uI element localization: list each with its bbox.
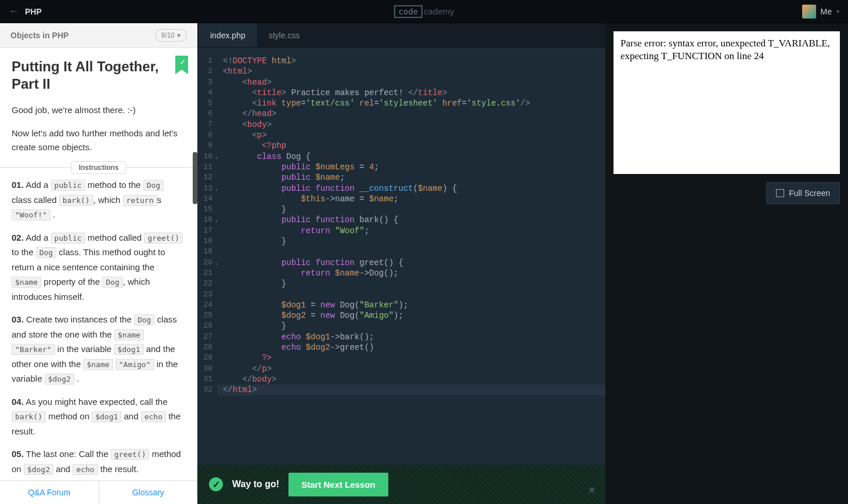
progress-dropdown[interactable]: 8/10 ▾ — [155, 29, 187, 42]
editor-area: index.php style.css 12345678910▾111213▾1… — [197, 23, 605, 504]
sidebar-scrollbar[interactable] — [193, 71, 197, 481]
logo-text: cademy — [424, 6, 454, 16]
logo[interactable]: code cademy — [394, 5, 454, 18]
instruction-item: 03. Create two instances of the Dog clas… — [12, 312, 186, 386]
instructions-list: 01. Add a public method to the Dog class… — [12, 177, 186, 476]
avatar — [802, 5, 816, 19]
logo-box: code — [394, 5, 423, 18]
instruction-item: 01. Add a public method to the Dog class… — [12, 177, 186, 222]
instruction-item: 02. Add a public method called greet() t… — [12, 230, 186, 304]
close-icon[interactable]: ✕ — [587, 485, 596, 495]
code-area[interactable]: <!DOCTYPE html><html> <head> <title> Pra… — [217, 48, 605, 504]
glossary-link[interactable]: Glossary — [99, 481, 198, 504]
chevron-down-icon: ▾ — [836, 8, 839, 14]
intro-text-2: Now let's add two further methods and le… — [12, 126, 186, 154]
intro-text-1: Good job, we're almost there. :-) — [12, 103, 186, 117]
success-bar: ✓ Way to go! Start Next Lesson ✕ — [197, 465, 605, 504]
fullscreen-icon — [776, 189, 784, 197]
next-lesson-button[interactable]: Start Next Lesson — [288, 473, 388, 496]
chevron-down-icon: ▾ — [177, 31, 181, 39]
user-menu[interactable]: Me ▾ — [802, 5, 839, 19]
progress-text: 8/10 — [161, 31, 175, 39]
instruction-item: 04. As you might have expected, call the… — [12, 394, 186, 439]
fullscreen-label: Full Screen — [789, 188, 830, 198]
fullscreen-button[interactable]: Full Screen — [766, 182, 840, 204]
sidebar-content[interactable]: ✓ Putting It All Together, Part II Good … — [0, 48, 197, 480]
qa-forum-link[interactable]: Q&A Forum — [0, 481, 99, 504]
instructions-divider: Instructions — [0, 167, 197, 177]
sidebar-header: Objects in PHP 8/10 ▾ — [0, 23, 197, 48]
lesson-category: Objects in PHP — [10, 31, 68, 40]
app-header: ← PHP code cademy Me ▾ — [0, 0, 848, 23]
success-check-icon: ✓ — [209, 477, 223, 491]
checkmark-icon: ✓ — [180, 58, 186, 66]
instruction-item: 05. The last one: Call the greet() metho… — [12, 447, 186, 476]
editor-body[interactable]: 12345678910▾111213▾141516▾17181920▾21222… — [197, 48, 605, 504]
way-to-go-text: Way to go! — [232, 479, 279, 490]
main-container: Objects in PHP 8/10 ▾ ✓ Putting It All T… — [0, 23, 848, 504]
tab-index-php[interactable]: index.php — [199, 23, 257, 47]
sidebar-footer: Q&A Forum Glossary — [0, 480, 197, 504]
output-window: Parse error: syntax error, unexpected T_… — [614, 31, 840, 174]
line-gutter: 12345678910▾111213▾141516▾17181920▾21222… — [197, 48, 217, 504]
header-left: ← PHP — [9, 5, 42, 17]
instructions-label: Instructions — [71, 161, 127, 174]
tab-style-css[interactable]: style.css — [257, 23, 312, 47]
editor-tabs: index.php style.css — [197, 23, 605, 48]
output-panel: Parse error: syntax error, unexpected T_… — [605, 23, 848, 504]
me-label: Me — [821, 7, 832, 16]
lesson-title: Putting It All Together, Part II — [12, 58, 186, 93]
course-name: PHP — [25, 7, 42, 16]
back-arrow-icon[interactable]: ← — [9, 5, 19, 17]
lesson-sidebar: Objects in PHP 8/10 ▾ ✓ Putting It All T… — [0, 23, 197, 504]
